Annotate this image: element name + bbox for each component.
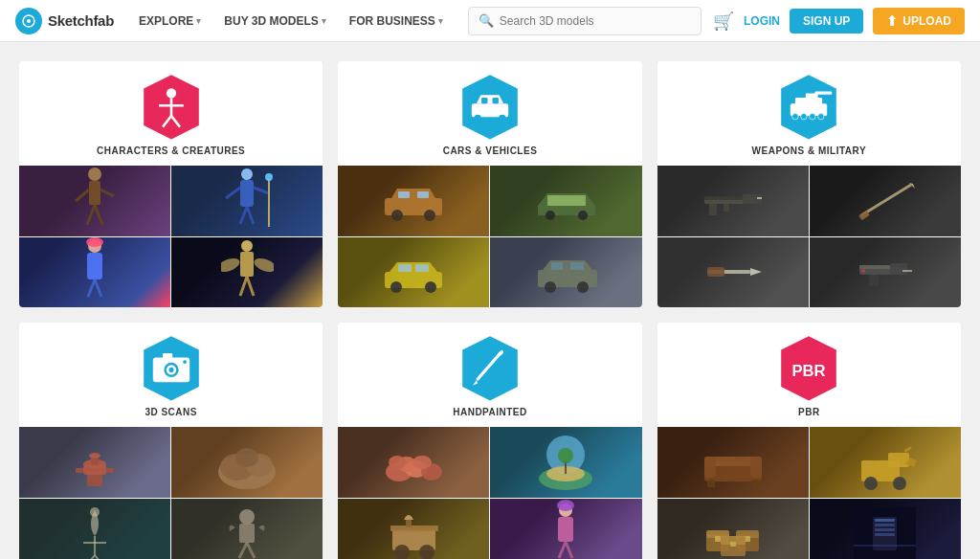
svg-line-134 bbox=[566, 542, 572, 558]
svg-point-3 bbox=[167, 88, 176, 98]
image-cell bbox=[490, 237, 641, 308]
category-images-handpainted bbox=[338, 427, 641, 559]
category-cars[interactable]: CARS & VEHICLES bbox=[338, 61, 641, 307]
svg-line-26 bbox=[95, 280, 101, 297]
image-cell bbox=[490, 427, 641, 498]
svg-marker-76 bbox=[750, 268, 762, 276]
nav-explore[interactable]: EXPLORE ▾ bbox=[133, 14, 207, 28]
image-cell bbox=[19, 237, 170, 308]
category-header-cars: CARS & VEHICLES bbox=[338, 61, 641, 166]
category-pbr[interactable]: PBR PBR bbox=[657, 323, 961, 559]
svg-rect-126 bbox=[390, 525, 438, 531]
svg-rect-68 bbox=[709, 204, 717, 215]
header-actions: 🛒 LOGIN SIGN UP ⬆ UPLOAD bbox=[713, 8, 965, 34]
svg-point-40 bbox=[391, 210, 403, 221]
image-cell bbox=[490, 166, 641, 236]
search-input[interactable] bbox=[500, 14, 691, 28]
search-icon: 🔍 bbox=[479, 13, 494, 28]
svg-point-8 bbox=[88, 168, 101, 181]
svg-point-41 bbox=[424, 210, 435, 221]
svg-point-118 bbox=[412, 456, 432, 469]
svg-line-109 bbox=[239, 543, 247, 558]
svg-rect-50 bbox=[398, 264, 412, 272]
header: Sketchfab EXPLORE ▾ BUY 3D MODELS ▾ FOR … bbox=[0, 0, 980, 42]
category-weapons[interactable]: WEAPONS & MILITARY bbox=[657, 61, 961, 307]
image-cell bbox=[171, 237, 323, 308]
category-label-cars: CARS & VEHICLES bbox=[443, 145, 538, 156]
upload-button[interactable]: ⬆ UPLOAD bbox=[873, 8, 965, 34]
category-images-cars bbox=[338, 166, 641, 307]
svg-point-14 bbox=[241, 168, 253, 180]
category-characters[interactable]: CHARACTERS & CREATURES bbox=[19, 61, 323, 307]
svg-point-64 bbox=[810, 114, 815, 120]
svg-line-105 bbox=[87, 555, 95, 559]
image-cell bbox=[810, 427, 961, 498]
nav-for-business[interactable]: FOR BUSINESS ▾ bbox=[344, 14, 449, 28]
svg-rect-56 bbox=[570, 262, 584, 270]
cart-icon[interactable]: 🛒 bbox=[713, 11, 734, 32]
image-cell bbox=[810, 499, 961, 560]
svg-rect-51 bbox=[415, 264, 429, 272]
image-cell bbox=[810, 166, 961, 236]
svg-line-72 bbox=[861, 185, 911, 215]
search-bar[interactable]: 🔍 bbox=[468, 7, 702, 35]
svg-rect-89 bbox=[163, 353, 172, 358]
svg-rect-9 bbox=[89, 181, 100, 205]
svg-line-18 bbox=[226, 188, 240, 198]
category-images-scans bbox=[19, 427, 323, 559]
svg-line-25 bbox=[88, 280, 95, 297]
hex-icon-scans bbox=[141, 338, 202, 399]
logo-text: Sketchfab bbox=[48, 12, 114, 29]
image-cell bbox=[657, 427, 809, 498]
svg-rect-147 bbox=[903, 446, 911, 453]
svg-rect-108 bbox=[239, 524, 255, 543]
svg-point-27 bbox=[241, 240, 253, 252]
svg-point-131 bbox=[557, 500, 574, 511]
svg-line-13 bbox=[100, 190, 114, 196]
upload-icon: ⬆ bbox=[886, 13, 898, 29]
svg-point-102 bbox=[90, 507, 100, 517]
svg-point-21 bbox=[265, 173, 273, 181]
svg-rect-161 bbox=[875, 528, 895, 531]
svg-rect-42 bbox=[398, 191, 410, 198]
svg-point-1 bbox=[27, 19, 31, 23]
nav-buy-models[interactable]: BUY 3D MODELS ▾ bbox=[218, 14, 331, 28]
logo[interactable]: Sketchfab bbox=[15, 8, 114, 34]
svg-rect-159 bbox=[875, 519, 895, 522]
image-cell bbox=[338, 166, 489, 236]
image-cell bbox=[657, 166, 809, 236]
svg-text:PBR: PBR bbox=[792, 362, 826, 380]
svg-rect-38 bbox=[493, 98, 499, 103]
svg-point-119 bbox=[389, 456, 406, 469]
svg-point-53 bbox=[545, 281, 556, 293]
chevron-down-icon: ▾ bbox=[196, 16, 201, 26]
svg-line-17 bbox=[247, 207, 254, 224]
svg-rect-15 bbox=[240, 180, 254, 207]
svg-line-110 bbox=[247, 543, 255, 558]
category-header-weapons: WEAPONS & MILITARY bbox=[657, 61, 961, 166]
category-scans[interactable]: 3D SCANS bbox=[19, 323, 323, 559]
login-button[interactable]: LOGIN bbox=[744, 14, 780, 28]
svg-rect-129 bbox=[406, 520, 412, 527]
svg-point-90 bbox=[183, 360, 187, 364]
image-cell bbox=[657, 237, 809, 308]
svg-rect-81 bbox=[859, 265, 890, 269]
image-cell bbox=[810, 237, 961, 308]
svg-rect-97 bbox=[106, 468, 114, 473]
signup-button[interactable]: SIGN UP bbox=[790, 9, 863, 34]
hex-icon-cars bbox=[459, 77, 521, 138]
svg-rect-160 bbox=[875, 524, 895, 526]
svg-rect-44 bbox=[547, 195, 586, 206]
svg-point-107 bbox=[239, 509, 255, 525]
svg-point-101 bbox=[235, 448, 258, 467]
category-label-handpainted: HANDPAINTED bbox=[453, 407, 527, 417]
hex-icon-handpainted bbox=[459, 338, 521, 399]
svg-rect-79 bbox=[890, 263, 907, 275]
category-label-weapons: WEAPONS & MILITARY bbox=[752, 145, 867, 156]
svg-rect-55 bbox=[551, 262, 563, 270]
category-images-weapons bbox=[657, 166, 961, 307]
category-handpainted[interactable]: HANDPAINTED bbox=[338, 323, 641, 559]
svg-point-62 bbox=[792, 114, 798, 120]
svg-point-45 bbox=[546, 211, 555, 220]
svg-rect-142 bbox=[751, 480, 759, 487]
